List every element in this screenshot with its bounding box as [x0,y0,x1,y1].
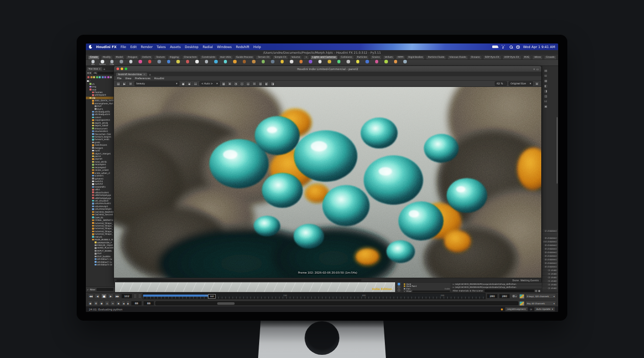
child-count-row[interactable]: (1 child) [542,283,558,286]
shelf-tool[interactable] [336,60,342,65]
shelf-tool[interactable] [346,60,352,65]
range-start-field[interactable]: 88 [131,301,142,306]
filter-toggle-icon[interactable] [538,290,540,292]
menubar-clock[interactable]: Wed Apr 1 9:41 AM [523,45,555,49]
child-count-row[interactable]: (1 child) [542,276,558,279]
toolbar-icon[interactable]: ◆ [187,81,192,86]
category-filter-icon[interactable] [107,76,109,78]
toolbar-icon[interactable]: ▶ [122,81,127,86]
shelf-tab[interactable]: Oceans [469,55,482,59]
viewport-option-icon[interactable] [398,286,400,288]
shelf-tool[interactable] [393,60,399,65]
shelf-tab[interactable]: Polygon [126,55,139,59]
toolbar-icon[interactable]: ◎ [246,81,250,86]
category-filter-icon[interactable] [90,76,93,78]
shelf-tool[interactable] [156,60,163,65]
toolbar-icon[interactable]: ⊡ [252,81,257,86]
shelf-tool[interactable]: Box [90,60,96,65]
renderview-menu-item[interactable]: View [125,77,131,80]
shelf-tool[interactable] [185,60,191,65]
shelf-tab[interactable]: Collisions [339,55,354,59]
shelf-tab[interactable]: Deform [140,55,153,59]
shelf-tab[interactable]: Viscous Fluids [447,55,468,59]
menubar-item[interactable]: Edit [130,45,137,49]
tab-redshift-renderview[interactable]: Redshift RenderView × [116,73,147,76]
shelf-tab[interactable]: DOP Pyro FX [502,55,521,59]
shelf-tool[interactable] [128,60,134,65]
menubar-item[interactable]: Assets [170,45,180,49]
frame-step-icon[interactable] [133,294,137,299]
range-step-fwd-icon[interactable]: ▶ [126,301,130,306]
bucket-mode-dropdown[interactable]: < Auto > ▾ [199,81,220,86]
snapshot-thumbnail[interactable] [519,301,524,306]
transport-button[interactable]: ▶ [108,294,113,299]
category-filter-icon[interactable] [96,76,98,78]
shelf-tab[interactable]: Volume [289,55,302,59]
shelf-tool[interactable]: Sphere [100,60,106,65]
tree-path-field[interactable]: obj [93,72,113,75]
panel-tool-icon[interactable]: ⊞ [544,74,558,77]
filter-toggle-icon[interactable] [535,290,537,292]
category-filter-icon[interactable] [87,76,89,78]
shelf-tool[interactable] [147,60,153,65]
child-count-row[interactable]: (0 children) [542,254,558,258]
shelf-tool[interactable] [260,60,266,65]
renderview-titlebar[interactable]: Houdini Indie Limited-Commercial - panel… [114,66,541,72]
child-count-row[interactable]: (0 children) [542,251,558,254]
child-count-row[interactable]: (0 children) [542,261,558,265]
menubar-item[interactable]: Radial [202,45,213,49]
viewport-sliver[interactable]: Indie Edition [115,282,395,292]
auto-update-dropdown[interactable]: Auto Update ▾ [534,307,555,311]
shelf-tab[interactable]: Model [114,55,125,59]
viewport-option-icon[interactable] [398,289,400,292]
shelf-tool[interactable] [232,60,238,65]
shelf-tab[interactable]: Simple FX [272,55,288,59]
tab-close-icon[interactable]: × [99,68,100,70]
apple-logo-icon[interactable] [89,45,92,49]
child-count-row[interactable]: (1 child) [542,279,558,283]
playback-option-icon[interactable]: ≈ [110,301,115,306]
shelf-tab[interactable]: + [303,55,309,59]
playback-option-icon[interactable]: ◆ [99,301,104,306]
shelf-tab[interactable]: Drive Simulation [558,55,558,59]
child-count-row[interactable]: (0 children) [542,258,558,261]
shelf-tool[interactable] [194,60,200,65]
child-count-row[interactable]: (0 children) [542,265,558,268]
toolbar-icon[interactable]: ▭ [193,81,198,86]
shelf-tab[interactable]: Particle Fluids [426,55,446,59]
child-count-row[interactable]: (1 child) [542,268,558,272]
playback-option-icon[interactable]: ⌂ [105,301,109,306]
toolbar-icon[interactable]: ◧ [264,81,269,86]
toolbar-icon[interactable]: ◔ [234,81,238,86]
shelf-tab[interactable]: Crowds [544,55,557,59]
playhead-marker[interactable]: 102 [208,294,216,299]
menubar-item[interactable]: Windows [217,45,232,49]
shelf-tab[interactable]: Vellum [383,55,395,59]
spotlight-icon[interactable] [510,46,513,49]
window-titlebar[interactable]: /Users/andre/Documents/Projects/Morph.hi… [86,50,558,55]
category-filter-icon[interactable] [102,76,104,78]
menubar-item[interactable]: Desktop [185,45,199,49]
render-pass-dropdown[interactable]: beauty ▾ [134,81,179,86]
renderview-menu-item[interactable]: Preferences [135,77,151,80]
child-count-row[interactable]: (1 child) [542,286,558,290]
current-frame-field[interactable]: 102 [121,294,132,299]
menubar-item[interactable]: Takes [157,45,166,49]
tab-tree-view[interactable]: Tree View × [87,67,102,71]
shelf-tab[interactable]: SOP Pyro FX [483,55,501,59]
shelf-tab[interactable]: Characters [182,55,199,59]
image-size-dropdown[interactable]: Original Size ▾ [509,81,533,86]
toolbar-icon[interactable]: ▥ [258,81,263,86]
shelf-tool[interactable] [119,60,125,65]
transport-button[interactable]: ▶▶ [114,294,120,299]
shelf-tab[interactable]: Hair Utils [218,55,233,59]
shelf-tool[interactable] [203,60,210,65]
shelf-tab[interactable]: MPM [396,55,405,59]
child-count-row[interactable]: (1 child) [542,272,558,276]
shelf-tool[interactable] [289,60,295,65]
filter-checkbox[interactable]: ✓ [87,288,89,291]
panel-tool-icon[interactable]: ▦ [544,79,558,82]
playback-option-icon[interactable]: ▪ [116,301,121,306]
control-center-icon[interactable] [516,46,520,49]
wifi-icon[interactable] [501,45,506,49]
